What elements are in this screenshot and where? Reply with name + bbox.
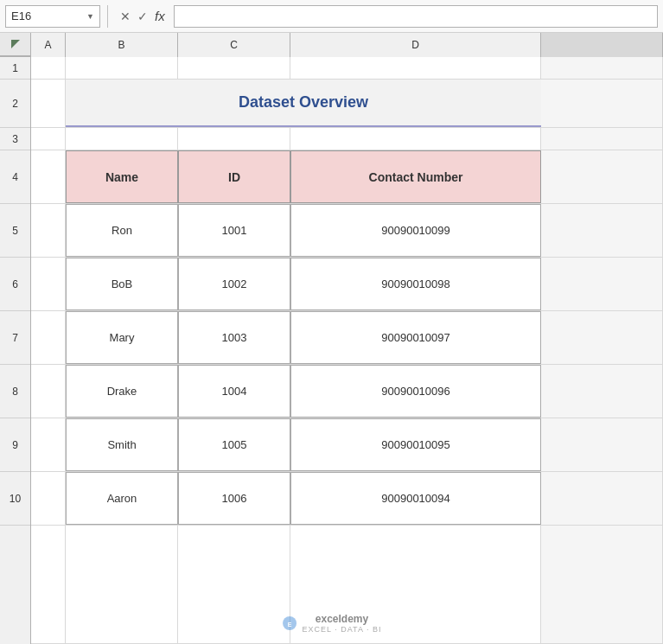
cell-e8[interactable] (541, 365, 663, 418)
grid-remaining (31, 526, 663, 644)
row-header-3[interactable]: 3 (0, 128, 30, 150)
col-header-d[interactable]: D (290, 33, 541, 57)
cell-e10[interactable] (541, 472, 663, 525)
formula-input[interactable] (174, 5, 658, 28)
cell-name-10[interactable]: Aaron (66, 472, 178, 525)
cell-a4[interactable] (31, 150, 66, 203)
cell-id-5[interactable]: 1001 (178, 204, 290, 257)
cell-id-10[interactable]: 1006 (178, 472, 290, 525)
grid-row-4: Name ID Contact Number (31, 150, 663, 204)
cell-name-9[interactable]: Smith (66, 418, 178, 471)
cell-e3[interactable] (541, 128, 663, 150)
cell-id-header[interactable]: ID (178, 150, 290, 203)
grid-row-6: BoB 1002 90090010098 (31, 258, 663, 311)
name-box-value: E16 (11, 10, 31, 22)
cell-a8[interactable] (31, 365, 66, 418)
data-name-8: Drake (107, 385, 137, 398)
cell-id-6[interactable]: 1002 (178, 258, 290, 310)
cell-a7[interactable] (31, 311, 66, 364)
cell-b1[interactable] (66, 57, 178, 79)
col-header-a[interactable]: A (31, 33, 66, 57)
cell-c3[interactable] (178, 128, 290, 150)
cell-a5[interactable] (31, 204, 66, 257)
cell-c1[interactable] (178, 57, 290, 79)
col-header-e[interactable] (541, 33, 663, 57)
cell-a10[interactable] (31, 472, 66, 525)
name-box-dropdown-icon[interactable]: ▼ (86, 12, 94, 21)
cell-contact-5[interactable]: 90090010099 (290, 204, 541, 257)
app-window: E16 ▼ ✕ ✓ fx A B C D 1 2 3 4 5 6 7 (0, 0, 663, 644)
data-contact-6: 90090010098 (381, 277, 450, 290)
row-header-2[interactable]: 2 (0, 80, 30, 128)
cell-contact-10[interactable]: 90090010094 (290, 472, 541, 525)
cell-a-rest[interactable] (31, 526, 66, 643)
row-header-7[interactable]: 7 (0, 311, 30, 365)
cell-contact-header[interactable]: Contact Number (290, 150, 541, 203)
cell-contact-9[interactable]: 90090010095 (290, 418, 541, 471)
cell-title[interactable]: Dataset Overview (66, 80, 541, 127)
row-header-9[interactable]: 9 (0, 418, 30, 472)
cell-e-rest[interactable] (541, 526, 663, 643)
cell-e5[interactable] (541, 204, 663, 257)
cell-e4[interactable] (541, 150, 663, 203)
cancel-icon[interactable]: ✕ (120, 10, 131, 23)
grid-row-2: Dataset Overview (31, 80, 663, 128)
cell-e1[interactable] (541, 57, 663, 79)
cell-id-8[interactable]: 1004 (178, 365, 290, 418)
fx-icon[interactable]: fx (155, 9, 165, 23)
cell-id-9[interactable]: 1005 (178, 418, 290, 471)
data-contact-8: 90090010096 (381, 385, 450, 398)
cell-contact-7[interactable]: 90090010097 (290, 311, 541, 364)
data-name-6: BoB (112, 277, 133, 290)
select-all-button[interactable] (0, 33, 31, 56)
column-headers: A B C D (0, 33, 663, 57)
cell-a9[interactable] (31, 418, 66, 471)
cell-d1[interactable] (290, 57, 541, 79)
header-contact-label: Contact Number (369, 170, 463, 184)
cell-e7[interactable] (541, 311, 663, 364)
cell-name-8[interactable]: Drake (66, 365, 178, 418)
row-header-5[interactable]: 5 (0, 204, 30, 258)
cell-e6[interactable] (541, 258, 663, 310)
cell-e9[interactable] (541, 418, 663, 471)
cell-contact-6[interactable]: 90090010098 (290, 258, 541, 310)
grid-row-10: Aaron 1006 90090010094 (31, 472, 663, 526)
dataset-title: Dataset Overview (239, 93, 368, 112)
row-header-10[interactable]: 10 (0, 472, 30, 526)
cell-name-header[interactable]: Name (66, 150, 178, 203)
cell-d3[interactable] (290, 128, 541, 150)
cell-name-7[interactable]: Mary (66, 311, 178, 364)
grid-row-7: Mary 1003 90090010097 (31, 311, 663, 365)
row-header-1[interactable]: 1 (0, 57, 30, 80)
data-id-9: 1005 (222, 438, 247, 451)
col-header-b[interactable]: B (66, 33, 178, 57)
grid-row-3 (31, 128, 663, 150)
header-name-label: Name (105, 170, 138, 184)
data-id-6: 1002 (222, 277, 247, 290)
cell-a3[interactable] (31, 128, 66, 150)
cell-a2[interactable] (31, 80, 66, 127)
cell-c-rest[interactable] (178, 526, 290, 643)
cell-e2[interactable] (541, 80, 663, 127)
data-contact-7: 90090010097 (381, 331, 450, 344)
cell-name-6[interactable]: BoB (66, 258, 178, 310)
row-header-6[interactable]: 6 (0, 258, 30, 311)
confirm-icon[interactable]: ✓ (137, 10, 148, 23)
cell-name-5[interactable]: Ron (66, 204, 178, 257)
cell-d-rest[interactable] (290, 526, 541, 643)
cell-b-rest[interactable] (66, 526, 178, 643)
cell-contact-8[interactable]: 90090010096 (290, 365, 541, 418)
row-headers: 1 2 3 4 5 6 7 8 9 10 (0, 57, 31, 644)
cell-a6[interactable] (31, 258, 66, 310)
data-id-5: 1001 (222, 224, 247, 237)
grid-row-9: Smith 1005 90090010095 (31, 418, 663, 472)
cell-b3[interactable] (66, 128, 178, 150)
row-header-8[interactable]: 8 (0, 365, 30, 418)
name-box[interactable]: E16 ▼ (5, 5, 100, 28)
cell-a1[interactable] (31, 57, 66, 79)
grid: Dataset Overview Name ID (31, 57, 663, 644)
data-id-8: 1004 (222, 385, 247, 398)
col-header-c[interactable]: C (178, 33, 290, 57)
row-header-4[interactable]: 4 (0, 150, 30, 204)
cell-id-7[interactable]: 1003 (178, 311, 290, 364)
